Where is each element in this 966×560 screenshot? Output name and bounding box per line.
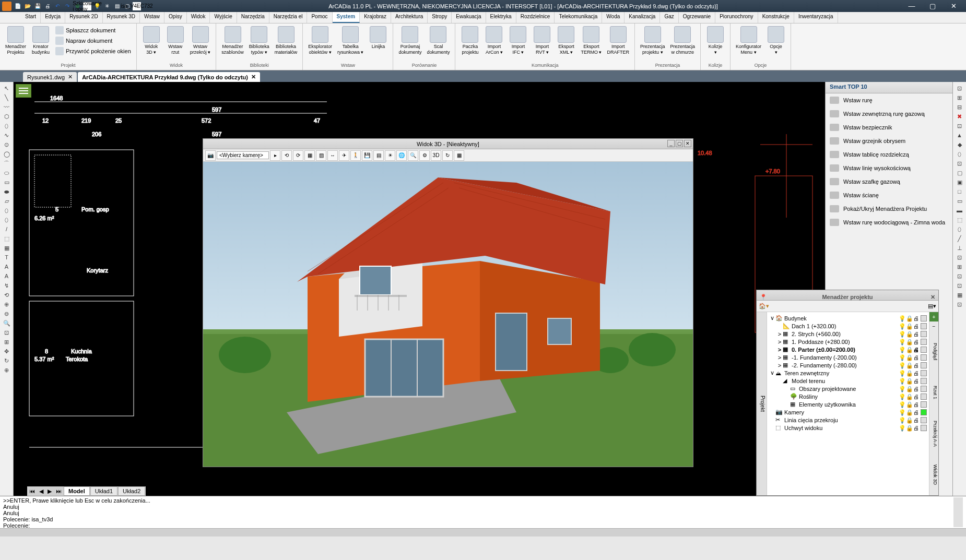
tab-ewakuacja[interactable]: Ewakuacja xyxy=(452,12,486,23)
righttool-8[interactable]: ⊡ xyxy=(953,159,966,168)
righttool-14[interactable]: ⬚ xyxy=(953,215,966,224)
view3d-tb6[interactable]: ↔ xyxy=(327,150,338,161)
tree-row[interactable]: 🌳Rośliny💡🔒🖨 xyxy=(769,392,927,400)
lefttool-14[interactable]: ⬯ xyxy=(0,215,13,224)
tab-narzędzia[interactable]: Narzędzia xyxy=(237,12,269,23)
modeltab-układ1[interactable]: Układ1 xyxy=(90,486,117,496)
tab-architektura[interactable]: Architektura xyxy=(391,12,428,23)
lefttool-9[interactable]: ⬭ xyxy=(0,168,13,177)
tree-row[interactable]: >▦-2. Fundamenty (-280.00)💡🔒🖨 xyxy=(769,361,927,369)
projmgr-remove-icon[interactable]: − xyxy=(929,321,938,331)
projmgr-titlebar[interactable]: 📍 Menadżer projektu ✕ xyxy=(757,290,938,301)
tree-expand-icon[interactable]: ∨ xyxy=(769,315,775,321)
smart-item-wstaw-zewnętrzną-rur[interactable]: Wstaw zewnętrzną rurę gazową xyxy=(826,107,952,121)
ribbon-small-spłaszcz-dokument[interactable]: Spłaszcz dokument xyxy=(53,25,133,35)
tree-row[interactable]: ▭Obszary projektowane💡🔒🖨 xyxy=(769,385,927,392)
app-logo[interactable] xyxy=(2,2,11,11)
righttool-10[interactable]: ▣ xyxy=(953,177,966,187)
tree-row[interactable]: >▦1. Poddasze (+280.00)💡🔒🖨 xyxy=(769,338,927,345)
tree-row[interactable]: 📐Dach 1 (+320.00)💡🔒🖨 xyxy=(769,322,927,330)
lefttool-27[interactable]: ⊞ xyxy=(0,337,13,347)
tab-ogrzewanie[interactable]: Ogrzewanie xyxy=(679,12,715,23)
view3d-tb17[interactable]: ▦ xyxy=(454,150,464,161)
view3d-tb8[interactable]: 🚶 xyxy=(350,150,361,161)
lefttool-12[interactable]: ▱ xyxy=(0,196,13,206)
tree-row[interactable]: >▦0. Parter (±0.00=200.00)💡🔒🖨 xyxy=(769,345,927,353)
modeltab-next[interactable]: ▶ xyxy=(45,488,54,495)
tree-row[interactable]: ⬚Uchwyt widoku💡🔒🖨 xyxy=(769,424,927,432)
righttool-0[interactable]: ⊡ xyxy=(953,84,966,93)
qat-bulb-icon[interactable]: 💡 xyxy=(93,2,101,10)
layer-combo[interactable]: isa_V4EC732 xyxy=(133,2,141,10)
smart-item-wstaw-szafkę-gazową[interactable]: Wstaw szafkę gazową xyxy=(826,175,952,188)
view3d-tb7[interactable]: ✈ xyxy=(339,150,349,161)
qat-open-icon[interactable]: 📂 xyxy=(23,2,32,10)
ribbon-small-przywróć-położenie-okien[interactable]: Przywróć położenie okien xyxy=(53,46,133,56)
righttool-17[interactable]: ⊥ xyxy=(953,243,966,253)
tab-telekomunikacja[interactable]: Telekomunikacja xyxy=(555,12,602,23)
righttool-15[interactable]: ⬯ xyxy=(953,224,966,234)
qat-undo-icon[interactable]: ↶ xyxy=(53,2,62,10)
view3d-tb9[interactable]: 💾 xyxy=(362,150,372,161)
workspace-combo[interactable]: Szkicowanie i opisy xyxy=(83,2,91,10)
lefttool-16[interactable]: ⬚ xyxy=(0,234,13,243)
doctab-close-icon[interactable]: ✕ xyxy=(251,74,256,80)
righttool-13[interactable]: ▬ xyxy=(953,206,966,215)
lefttool-23[interactable]: ⊕ xyxy=(0,300,13,309)
righttool-22[interactable]: ▦ xyxy=(953,290,966,300)
smart-item-wstaw-linię-wysokośc[interactable]: Wstaw linię wysokościową xyxy=(826,161,952,175)
qat-star-icon[interactable]: ✳ xyxy=(103,2,111,10)
modeltab-prev[interactable]: ◀ xyxy=(37,488,45,495)
tree-expand-icon[interactable]: > xyxy=(776,362,783,368)
lefttool-4[interactable]: ⬯ xyxy=(0,121,13,130)
tab-inwentaryzacja[interactable]: Inwentaryzacja xyxy=(794,12,838,23)
lefttool-26[interactable]: ⊡ xyxy=(0,328,13,337)
view3d-close[interactable]: ✕ xyxy=(684,140,691,147)
tree-row[interactable]: 📷Kamery💡🔒🖨 xyxy=(769,408,927,416)
view3d-tb10[interactable]: ▤ xyxy=(373,150,384,161)
lefttool-19[interactable]: A xyxy=(0,262,13,271)
tab-gaz[interactable]: Gaz xyxy=(660,12,678,23)
ribbon-btn-kreator-budynku[interactable]: Kreatorbudynku xyxy=(29,25,52,56)
view3d-maximize[interactable]: ▢ xyxy=(676,140,683,147)
tab-kanalizacja[interactable]: Kanalizacja xyxy=(625,12,660,23)
view3d-viewport[interactable] xyxy=(203,162,693,467)
righttool-6[interactable]: ◆ xyxy=(953,140,966,149)
righttool-23[interactable]: ⊡ xyxy=(953,300,966,309)
righttool-9[interactable]: ▢ xyxy=(953,168,966,177)
cmd-scrollbar[interactable] xyxy=(953,497,963,527)
tab-stropy[interactable]: Stropy xyxy=(428,12,452,23)
ribbon-btn-menadżer-szablonów[interactable]: Menadżerszablonów xyxy=(219,25,246,56)
tree-expand-icon[interactable]: ∨ xyxy=(769,370,775,376)
lefttool-0[interactable]: ↖ xyxy=(0,84,13,93)
lefttool-1[interactable]: ╲ xyxy=(0,93,13,102)
ribbon-btn-prezentacja-w-chmurze[interactable]: Prezentacjaw chmurze xyxy=(668,25,698,56)
tab-elektryka[interactable]: Elektryka xyxy=(486,12,516,23)
tab-start[interactable]: Start xyxy=(21,12,41,23)
view3d-tb13[interactable]: 🔍 xyxy=(408,150,418,161)
righttool-18[interactable]: ⊡ xyxy=(953,253,966,262)
ribbon-btn-wstaw-rzut[interactable]: Wstawrzut xyxy=(164,25,187,56)
lefttool-8[interactable]: ⌒ xyxy=(0,159,13,168)
lefttool-24[interactable]: ⊖ xyxy=(0,309,13,318)
righttool-11[interactable]: □ xyxy=(953,187,966,196)
righttool-19[interactable]: ⊞ xyxy=(953,262,966,271)
tree-row[interactable]: ◢Model terenu💡🔒🖨 xyxy=(769,377,927,385)
lefttool-3[interactable]: ⬡ xyxy=(0,112,13,121)
projmgr-close-icon[interactable]: ✕ xyxy=(930,292,935,302)
view3d-tb14[interactable]: ⚙ xyxy=(419,150,430,161)
projmgr-project-tab[interactable]: Projekt xyxy=(757,312,767,495)
lefttool-28[interactable]: ✥ xyxy=(0,347,13,356)
maximize-button[interactable]: ▢ xyxy=(922,0,943,12)
ribbon-btn-paczka-projektu[interactable]: Paczkaprojektu xyxy=(458,25,481,56)
smart-item-wstaw-bezpiecznik[interactable]: Wstaw bezpiecznik xyxy=(826,121,952,134)
tab-woda[interactable]: Woda xyxy=(602,12,625,23)
view3d-window[interactable]: Widok 3D - [Nieaktywny] _ ▢ ✕ 📷 <Wybierz… xyxy=(203,138,693,467)
smart-item-wstaw-tablicę-rozdzi[interactable]: Wstaw tablicę rozdzielczą xyxy=(826,148,952,161)
ribbon-btn-eksport-xml-[interactable]: EksportXML ▾ xyxy=(555,25,578,56)
projmgr-tab-przekroj[interactable]: Przekrój A-A xyxy=(929,413,938,455)
lefttool-21[interactable]: ↯ xyxy=(0,281,13,290)
projmgr-home-icon[interactable]: 🏠▾ xyxy=(759,303,769,309)
tab-narzędzia-el[interactable]: Narzędzia el xyxy=(269,12,308,23)
lefttool-22[interactable]: ⟲ xyxy=(0,290,13,300)
